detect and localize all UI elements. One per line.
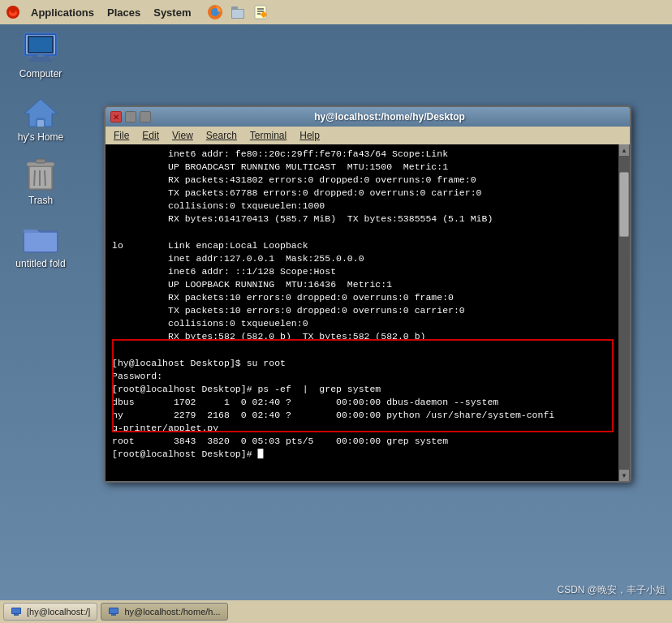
window-minimize-button[interactable] xyxy=(125,111,136,122)
terminal-window: ✕ hy@localhost:/home/hy/Desktop File Edi… xyxy=(104,105,631,483)
terminal-content[interactable]: inet6 addr: fe80::20c:29ff:fe70:fa43/64 … xyxy=(106,144,618,481)
svg-rect-18 xyxy=(29,37,52,52)
desktop-icon-trash[interactable]: Trash xyxy=(8,159,73,206)
svg-rect-34 xyxy=(14,614,19,616)
system-menu[interactable]: System xyxy=(150,5,194,20)
svg-line-25 xyxy=(34,170,35,186)
svg-rect-33 xyxy=(12,608,20,613)
svg-rect-16 xyxy=(29,59,52,62)
computer-icon xyxy=(21,32,60,65)
trash-label: Trash xyxy=(28,195,53,206)
taskbar-button-localhost-home[interactable]: hy@localhost:/home/h... xyxy=(101,603,227,621)
desktop-icon-folder[interactable]: untitled fold xyxy=(8,222,73,269)
taskbar-top: Applications Places System xyxy=(0,0,672,24)
folder-icon xyxy=(21,222,60,255)
terminal-file-menu[interactable]: File xyxy=(109,128,134,143)
svg-rect-31 xyxy=(24,233,57,251)
taskbar-bottom: [hy@localhost:/] hy@localhost:/home/h... xyxy=(0,600,672,623)
trash-icon xyxy=(21,159,60,191)
home-label: hy's Home xyxy=(18,131,63,143)
svg-rect-22 xyxy=(37,120,44,127)
filemanager-icon[interactable] xyxy=(230,4,246,20)
scrollbar-thumb[interactable] xyxy=(619,172,629,237)
svg-rect-19 xyxy=(37,55,44,57)
gnome-icon[interactable] xyxy=(5,4,21,20)
desktop: Applications Places System xyxy=(0,0,672,623)
terminal-view-menu[interactable]: View xyxy=(167,128,198,143)
terminal-menubar: File Edit View Search Terminal Help xyxy=(106,127,630,144)
desktop-icon-home[interactable]: hy's Home xyxy=(8,96,73,143)
scrollbar-down[interactable]: ▼ xyxy=(619,470,629,481)
scrollbar-up[interactable]: ▲ xyxy=(619,144,629,156)
folder-label: untitled fold xyxy=(15,258,65,269)
svg-rect-7 xyxy=(232,10,243,18)
svg-line-27 xyxy=(45,170,45,186)
terminal-search-menu[interactable]: Search xyxy=(201,128,242,143)
places-menu[interactable]: Places xyxy=(104,5,144,20)
terminal-titlebar: ✕ hy@localhost:/home/hy/Desktop xyxy=(106,107,630,127)
firefox-icon[interactable] xyxy=(207,4,223,20)
desktop-icons: Computer hy's Home xyxy=(8,32,73,269)
svg-rect-29 xyxy=(36,159,45,163)
window-maximize-button[interactable] xyxy=(140,111,151,122)
texteditor-icon[interactable] xyxy=(252,4,269,20)
terminal-edit-menu[interactable]: Edit xyxy=(137,128,164,143)
window-close-button[interactable]: ✕ xyxy=(110,111,122,122)
taskbar-button-localhost-root[interactable]: [hy@localhost:/] xyxy=(3,603,97,621)
terminal-scrollbar[interactable]: ▲ ▼ xyxy=(618,144,630,481)
svg-rect-37 xyxy=(111,614,116,616)
home-icon xyxy=(21,96,60,128)
terminal-help-menu[interactable]: Help xyxy=(295,128,325,143)
terminal-body[interactable]: inet6 addr: fe80::20c:29ff:fe70:fa43/64 … xyxy=(106,144,630,481)
terminal-terminal-menu[interactable]: Terminal xyxy=(245,128,291,143)
computer-label: Computer xyxy=(19,68,62,79)
desktop-icon-computer[interactable]: Computer xyxy=(8,32,73,79)
svg-rect-6 xyxy=(231,6,238,10)
terminal-title: hy@localhost:/home/hy/Desktop xyxy=(154,111,625,122)
watermark: CSDN @晚安，丰子小姐 xyxy=(557,583,666,597)
applications-menu[interactable]: Applications xyxy=(28,5,97,20)
svg-rect-36 xyxy=(110,608,118,613)
svg-point-2 xyxy=(11,8,15,13)
